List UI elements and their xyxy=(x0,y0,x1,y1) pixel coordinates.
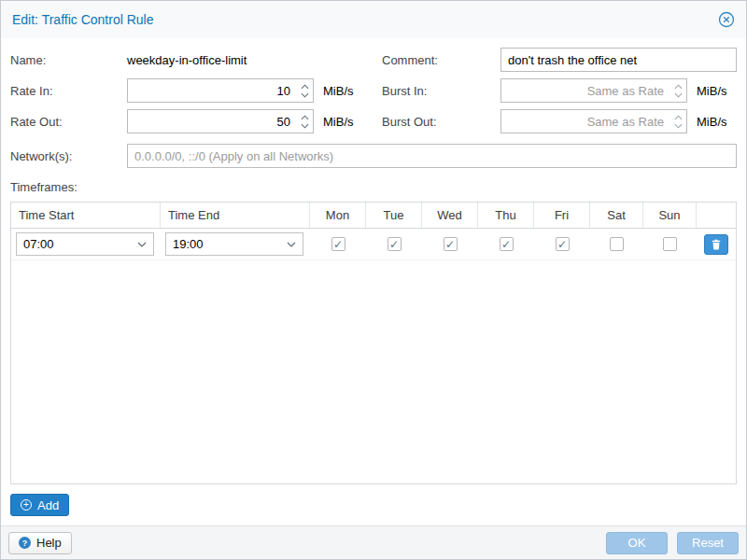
rate-in-input[interactable] xyxy=(128,79,296,102)
spinner-down-icon[interactable] xyxy=(296,121,313,130)
form-row-name-comment: Name: weekday-in-office-limit Comment: xyxy=(10,48,737,72)
burst-in-spinner xyxy=(669,79,686,102)
header-time-start: Time Start xyxy=(11,203,161,228)
spinner-down-icon[interactable] xyxy=(669,91,686,99)
burst-out-field[interactable] xyxy=(500,109,687,133)
rate-out-spinner xyxy=(296,110,313,133)
time-start-value: 07:00 xyxy=(23,237,54,251)
rate-in-spinner xyxy=(296,79,313,102)
add-button-label: Add xyxy=(37,498,59,512)
form-row-rate-out: Rate Out: MiB/s Burst Out: xyxy=(10,109,737,133)
header-time-end: Time End xyxy=(161,203,310,228)
chevron-down-icon xyxy=(287,242,296,247)
time-end-combo[interactable]: 19:00 xyxy=(165,232,303,256)
name-label: Name: xyxy=(10,53,127,67)
add-button[interactable]: + Add xyxy=(10,494,69,516)
day-checkbox-tue[interactable] xyxy=(388,237,402,251)
day-checkbox-fri[interactable] xyxy=(556,237,570,251)
burst-out-spinner xyxy=(669,110,686,133)
header-mon: Mon xyxy=(310,203,366,228)
name-value: weekday-in-office-limit xyxy=(127,53,247,67)
spinner-up-icon[interactable] xyxy=(296,113,313,121)
header-tue: Tue xyxy=(366,203,422,228)
comment-label: Comment: xyxy=(382,53,500,67)
day-checkbox-sun[interactable] xyxy=(663,237,677,251)
spinner-up-icon[interactable] xyxy=(296,82,313,91)
burst-out-unit: MiB/s xyxy=(697,115,727,129)
dialog-footer: ? Help OK Reset xyxy=(1,525,746,559)
plus-icon: + xyxy=(21,499,32,511)
help-icon: ? xyxy=(19,537,31,549)
help-button[interactable]: ? Help xyxy=(8,532,72,554)
rate-out-label: Rate Out: xyxy=(10,115,127,129)
dialog-titlebar: Edit: Traffic Control Rule xyxy=(1,1,746,38)
time-start-combo[interactable]: 07:00 xyxy=(16,232,154,256)
header-sun: Sun xyxy=(643,203,697,228)
networks-input[interactable] xyxy=(127,144,737,168)
day-checkbox-sat[interactable] xyxy=(610,237,624,251)
rate-out-input[interactable] xyxy=(128,110,296,133)
spinner-down-icon[interactable] xyxy=(296,91,313,99)
time-end-value: 19:00 xyxy=(173,237,204,251)
help-button-label: Help xyxy=(36,536,62,550)
form-row-networks: Network(s): xyxy=(10,144,737,168)
day-checkbox-mon[interactable] xyxy=(331,237,345,251)
burst-in-unit: MiB/s xyxy=(697,84,727,98)
header-wed: Wed xyxy=(422,203,478,228)
burst-in-label: Burst In: xyxy=(382,84,500,98)
chevron-down-icon xyxy=(137,242,147,247)
reset-button-label: Reset xyxy=(692,536,724,550)
burst-in-field[interactable] xyxy=(500,78,687,103)
spinner-up-icon[interactable] xyxy=(669,82,686,91)
networks-label: Network(s): xyxy=(10,149,127,163)
header-fri: Fri xyxy=(534,203,590,228)
timeframe-row[interactable]: 07:00 19:00 xyxy=(11,229,736,260)
delete-row-button[interactable] xyxy=(704,234,728,255)
timeframes-table-header: Time Start Time End Mon Tue Wed Thu Fri … xyxy=(11,203,736,229)
rate-in-field[interactable] xyxy=(127,78,314,103)
traffic-control-dialog: Edit: Traffic Control Rule Name: weekday… xyxy=(0,0,747,560)
day-checkbox-wed[interactable] xyxy=(444,237,458,251)
rate-out-field[interactable] xyxy=(127,109,314,133)
burst-in-input[interactable] xyxy=(501,79,669,102)
reset-button[interactable]: Reset xyxy=(677,532,739,554)
burst-out-input[interactable] xyxy=(501,110,669,133)
trash-icon xyxy=(711,239,722,250)
day-checkbox-thu[interactable] xyxy=(500,237,514,251)
timeframes-table: Time Start Time End Mon Tue Wed Thu Fri … xyxy=(10,202,737,484)
timeframes-label: Timeframes: xyxy=(10,180,737,194)
comment-input[interactable] xyxy=(500,48,737,72)
rate-in-label: Rate In: xyxy=(10,84,127,98)
ok-button-label: OK xyxy=(628,536,646,550)
close-icon[interactable] xyxy=(718,11,735,28)
ok-button[interactable]: OK xyxy=(606,532,668,554)
dialog-body: Name: weekday-in-office-limit Comment: R… xyxy=(1,38,746,525)
spinner-down-icon[interactable] xyxy=(669,121,686,130)
timeframes-table-body: 07:00 19:00 xyxy=(11,229,736,483)
spinner-up-icon[interactable] xyxy=(669,113,686,121)
form-row-rate-in: Rate In: MiB/s Burst In: xyxy=(10,78,737,103)
header-sat: Sat xyxy=(590,203,643,228)
rate-in-unit: MiB/s xyxy=(323,84,354,98)
header-thu: Thu xyxy=(478,203,534,228)
header-actions xyxy=(697,203,736,228)
rate-out-unit: MiB/s xyxy=(323,115,354,129)
burst-out-label: Burst Out: xyxy=(382,115,500,129)
dialog-title: Edit: Traffic Control Rule xyxy=(12,12,153,27)
